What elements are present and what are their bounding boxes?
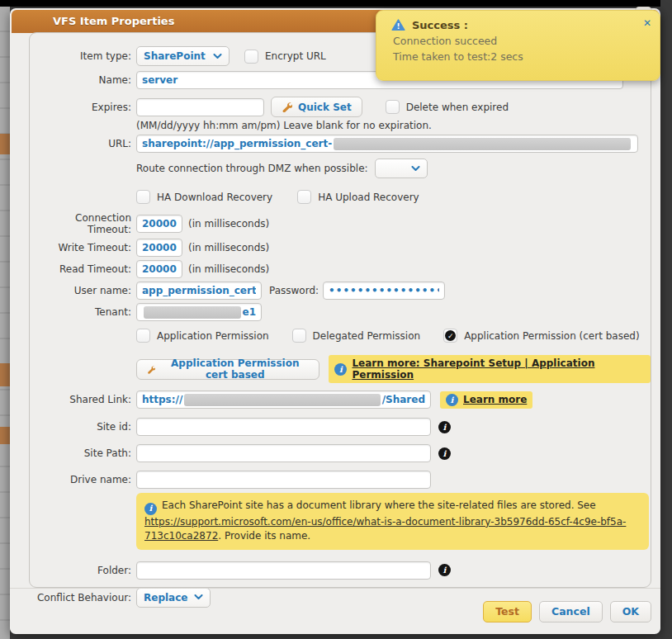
ha-row: HA Download Recovery HA Upload Recovery [30,190,651,204]
dmz-select[interactable] [375,159,428,178]
drive-name-label: Drive name: [35,474,131,485]
top-black-bar [0,0,672,7]
cert-permission-label: Application Permission (cert based) [464,330,639,342]
site-id-label: Site id: [35,421,131,433]
delete-when-expired-checkbox[interactable] [386,100,400,114]
tenant-input[interactable]: e1 [136,303,262,321]
site-path-input[interactable] [136,444,431,462]
background-row-highlight [0,427,10,444]
background-row-highlight [0,363,10,386]
form-panel: Item type: SharePoint Encrypt URL Name: … [29,32,651,588]
read-timeout-label: Read Timeout: [35,263,131,275]
info-icon: i [144,503,157,515]
wrench-icon [282,102,292,112]
learn-more-sharepoint-setup-link[interactable]: i Learn more: Sharepoint Setup | Applica… [329,355,651,383]
read-timeout-input[interactable] [136,260,182,278]
connection-timeout-row: Connection Timeout: (in milliseconds) [30,212,651,235]
cert-permission-checkbox[interactable]: ✓ [443,329,457,343]
url-input[interactable]: sharepoint://app_permission_cert- [136,135,638,153]
chevron-down-icon [213,54,222,59]
application-permission-cert-button[interactable]: Application Permission cert based [136,359,319,380]
item-type-select[interactable]: SharePoint [136,46,230,66]
password-label: Password: [269,285,319,296]
permissions-row: Application Permission Delegated Permiss… [30,329,651,343]
background-row-highlight [0,134,10,154]
tenant-label: Tenant: [35,306,131,318]
site-id-info-icon[interactable]: i [438,421,451,433]
write-timeout-input[interactable] [136,239,182,257]
connection-timeout-label: Connection Timeout: [35,212,131,235]
delete-when-expired-label: Delete when expired [406,102,509,113]
connection-timeout-suffix: (in milliseconds) [188,218,269,230]
ha-upload-label: HA Upload Recovery [318,192,419,203]
ha-download-checkbox[interactable] [136,190,150,204]
user-name-input[interactable] [136,282,262,300]
folder-row: Folder: i [30,561,651,580]
test-button[interactable]: Test [483,601,532,622]
learn-more-setup-text: Learn more: Sharepoint Setup | Applicati… [352,357,645,381]
item-type-label: Item type: [35,50,131,62]
toast-line-1: Connection succeed [393,35,648,47]
quick-set-button[interactable]: Quick Set [271,97,362,117]
dmz-label: Route connection through DMZ when possib… [136,163,368,174]
dialog-footer: Test Cancel OK [10,588,660,634]
connection-timeout-input[interactable] [136,215,182,233]
dialog-title: VFS Item Properties [53,15,174,27]
user-name-label: User name: [35,285,131,296]
write-timeout-suffix: (in milliseconds) [188,242,269,253]
shared-link-label: Shared Link: [35,394,131,405]
password-input[interactable] [323,282,445,300]
vfs-item-properties-dialog: VFS Item Properties ✕ Item type: SharePo… [10,8,660,634]
application-permission-cert-label: Application Permission cert based [161,357,309,381]
credentials-row: User name: Password: [30,282,651,300]
delegated-permission-label: Delegated Permission [313,330,421,342]
folder-info-icon[interactable]: i [438,564,451,576]
name-label: Name: [35,74,131,86]
read-timeout-suffix: (in milliseconds) [188,263,269,275]
drive-info-link[interactable]: https://support.microsoft.com/en-us/offi… [144,516,626,542]
cancel-button[interactable]: Cancel [539,601,603,622]
warning-triangle-icon: ! [391,19,405,31]
site-id-input[interactable] [136,418,431,436]
toast-title: Success : [412,19,468,31]
cert-button-row: Application Permission cert based i Lear… [30,355,651,383]
site-path-info-icon[interactable]: i [438,447,451,460]
encrypt-url-label: Encrypt URL [265,50,326,62]
folder-label: Folder: [35,565,131,576]
check-icon: ✓ [447,332,454,340]
toast-close-icon[interactable]: ✕ [643,17,651,29]
svg-text:!: ! [396,22,400,31]
drive-name-row: Drive name: [30,471,651,489]
info-icon: i [446,394,458,406]
drive-info-note: iEach SharePoint site has a document lib… [136,493,649,550]
drive-info-text-after: . Provide its name. [218,530,310,542]
read-timeout-row: Read Timeout: (in milliseconds) [30,260,651,278]
site-path-label: Site Path: [35,447,131,459]
url-value: sharepoint://app_permission_cert- [142,138,332,149]
expires-hint: (MM/dd/yyyy hh:mm am/pm) Leave blank for… [136,120,432,131]
ha-upload-checkbox[interactable] [297,190,311,204]
tenant-row: Tenant: e1 [30,303,651,321]
toast-title-row: ! Success : [391,19,648,31]
shared-link-input[interactable]: https:// /Shared [136,390,431,409]
shared-link-prefix: https:// [142,394,182,405]
shared-link-row: Shared Link: https:// /Shared i Learn mo… [30,390,651,409]
application-permission-checkbox[interactable] [136,329,150,343]
chevron-down-icon [411,166,420,172]
toast-line-2: Time taken to test:2 secs [393,50,648,63]
ok-button[interactable]: OK [610,601,651,622]
background-table-strip [0,7,10,639]
shared-link-redaction [184,394,380,406]
quick-set-label: Quick Set [298,102,352,113]
shared-link-learn-more-link[interactable]: i Learn more [440,391,532,409]
tenant-redaction [144,306,241,319]
drive-name-input[interactable] [136,471,431,489]
expires-hint-row: (MM/dd/yyyy hh:mm am/pm) Leave blank for… [30,120,651,131]
learn-more-text: Learn more [463,394,527,405]
drive-info-text-before: Each SharePoint site has a document libr… [162,499,596,511]
tenant-value-suffix: e1 [243,306,257,318]
encrypt-url-checkbox[interactable] [244,50,258,64]
folder-input[interactable] [136,561,431,580]
delegated-permission-checkbox[interactable] [292,329,306,343]
expires-input[interactable] [136,98,264,116]
